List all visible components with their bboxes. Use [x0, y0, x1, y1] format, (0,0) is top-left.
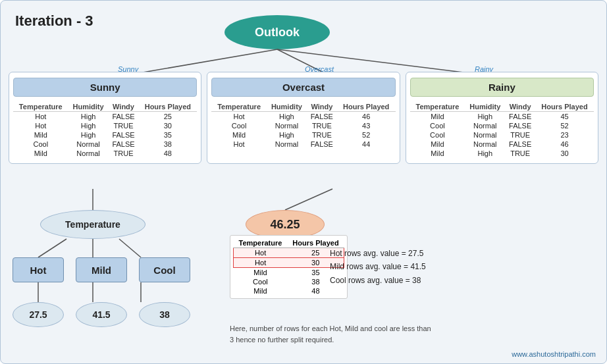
sunny-col-temp: Temperature [13, 102, 68, 112]
table-row: High [68, 130, 109, 140]
table-row: High [68, 121, 109, 130]
sunny-col-hours: Hours Played [138, 102, 197, 112]
table-row: TRUE [307, 130, 337, 140]
table-row: 35 [138, 130, 197, 140]
table-row: High [465, 112, 505, 122]
table-row: 52 [337, 130, 396, 140]
overcast-col-windy: Windy [307, 102, 337, 112]
main-container: Iteration - 3 Outlook [0, 0, 607, 364]
overcast-table: Temperature Humidity Windy Hours Played … [211, 102, 395, 149]
table-row: FALSE [505, 140, 535, 149]
list-item: Mild [234, 268, 288, 278]
table-row: TRUE [109, 121, 139, 130]
rainy-header: Rainy [410, 78, 594, 97]
overcast-header: Overcast [211, 78, 395, 97]
table-row: 44 [337, 140, 396, 149]
list-item: 48 [287, 286, 344, 296]
stat-cool: Cool rows avg. value = 38 [330, 274, 426, 287]
rainy-branch: Rainy Temperature Humidity Windy Hours P… [406, 72, 598, 164]
table-row: Cool [13, 140, 68, 149]
table-row: Mild [410, 149, 465, 158]
svg-line-10 [285, 189, 332, 210]
table-row: 43 [337, 121, 396, 130]
list-item: Hot [234, 258, 288, 268]
table-row: Hot [13, 112, 68, 122]
stat-mild: Mild rows avg. value = 41.5 [330, 260, 426, 273]
table-row: 48 [138, 149, 197, 158]
overcast-col-hours: Hours Played [337, 102, 396, 112]
mild-value: 41.5 [76, 302, 127, 327]
leaf-boxes: Hot Mild Cool [13, 257, 190, 282]
table-row: Normal [465, 130, 505, 140]
table-row: Normal [68, 149, 109, 158]
table-row: TRUE [109, 149, 139, 158]
rainy-table: Temperature Humidity Windy Hours Played … [410, 102, 594, 158]
overcast-col-temp: Temperature [211, 102, 267, 112]
list-item: Hot [234, 248, 288, 258]
stat-hot: Hot rows avg. value = 27.5 [330, 247, 426, 260]
cool-box: Cool [139, 257, 190, 282]
table-row: FALSE [307, 140, 337, 149]
list-item: Mild [234, 286, 288, 296]
table-row: 52 [535, 121, 594, 130]
overcast-col-humidity: Humidity [267, 102, 307, 112]
table-row: FALSE [109, 130, 139, 140]
stats-text: Hot rows avg. value = 27.5 Mild rows avg… [330, 247, 426, 287]
hot-value: 27.5 [13, 302, 64, 327]
hot-box: Hot [13, 257, 64, 282]
table-row: 45 [535, 112, 594, 122]
table-row: Cool [410, 130, 465, 140]
table-row: FALSE [505, 112, 535, 122]
rainy-col-temp: Temperature [410, 102, 465, 112]
table-row: Mild [410, 140, 465, 149]
table-row: Mild [13, 130, 68, 140]
svg-line-6 [119, 239, 141, 257]
table-row: Normal [465, 121, 505, 130]
website-text: www.ashutoshtripathi.com [512, 350, 596, 358]
table-row: 25 [138, 112, 197, 122]
table-row: 46 [535, 140, 594, 149]
small-table: Temperature Hours Played Hot25Hot30Mild3… [233, 238, 344, 296]
sunny-col-windy: Windy [109, 102, 139, 112]
table-row: Mild [410, 112, 465, 122]
table-row: FALSE [307, 112, 337, 122]
table-row: 46 [337, 112, 396, 122]
table-row: High [68, 112, 109, 122]
table-row: 38 [138, 140, 197, 149]
rainy-col-windy: Windy [505, 102, 535, 112]
sunny-header: Sunny [13, 78, 197, 97]
sunny-col-humidity: Humidity [68, 102, 109, 112]
cool-value: 38 [139, 302, 190, 327]
branch-section: Sunny Temperature Humidity Windy Hours P… [9, 72, 598, 164]
table-row: Normal [68, 140, 109, 149]
temperature-ellipse: Temperature [40, 210, 145, 239]
note-text: Here, number of rows for each Hot, Mild … [230, 323, 434, 345]
table-row: Cool [211, 121, 267, 130]
overcast-branch: Overcast Temperature Humidity Windy Hour… [207, 72, 400, 164]
table-row: Hot [211, 112, 267, 122]
table-row: TRUE [307, 121, 337, 130]
table-row: High [267, 112, 307, 122]
table-row: FALSE [109, 112, 139, 122]
sunny-branch: Sunny Temperature Humidity Windy Hours P… [9, 72, 201, 164]
table-row: FALSE [505, 121, 535, 130]
table-row: Normal [465, 140, 505, 149]
table-row: High [465, 149, 505, 158]
table-row: Normal [267, 121, 307, 130]
table-row: Cool [410, 121, 465, 130]
table-row: 30 [138, 121, 197, 130]
value-ellipses: 27.5 41.5 38 [13, 302, 190, 327]
table-row: Normal [267, 140, 307, 149]
table-row: Hot [211, 140, 267, 149]
rainy-col-hours: Hours Played [535, 102, 594, 112]
list-item: Cool [234, 277, 288, 286]
rainy-col-humidity: Humidity [465, 102, 505, 112]
table-row: Mild [13, 149, 68, 158]
sunny-table: Temperature Humidity Windy Hours Played … [13, 102, 197, 158]
table-row: FALSE [109, 140, 139, 149]
table-row: Mild [211, 130, 267, 140]
table-row: Hot [13, 121, 68, 130]
table-row: High [267, 130, 307, 140]
iteration-title: Iteration - 3 [15, 13, 93, 30]
table-row: 23 [535, 130, 594, 140]
